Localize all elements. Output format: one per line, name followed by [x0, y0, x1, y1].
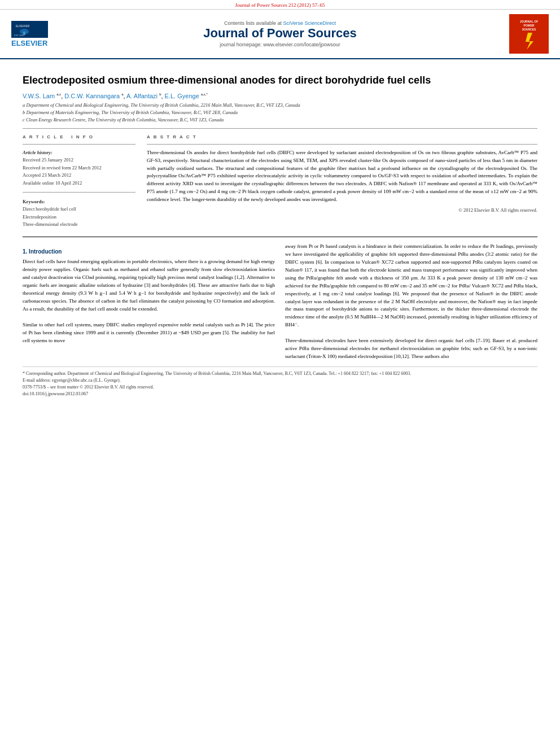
keywords-label: Keywords: — [23, 199, 45, 204]
body-divider — [23, 237, 537, 237]
abstract-divider — [147, 144, 537, 145]
keyword-2: Electrodeposition — [23, 213, 135, 221]
abstract-label: A B S T R A C T — [147, 134, 537, 139]
intro-para-4: Three-dimensional electrodes have been e… — [285, 337, 537, 361]
article-info-label: A R T I C L E I N F O — [23, 134, 135, 139]
author-dcw-kannangara: D.C.W. Kannangara — [64, 93, 120, 99]
journal-header-center: Contents lists available at SciVerse Sci… — [51, 20, 509, 47]
authors-line: V.W.S. Lam a,c, D.C.W. Kannangara a, A. … — [23, 93, 537, 99]
affiliations: a Department of Chemical and Biological … — [23, 102, 537, 123]
power-sources-logo: JOURNAL OF POWER SOURCES — [509, 14, 549, 54]
affiliation-c: c Clean Energy Research Centre, The Univ… — [23, 116, 537, 124]
elsevier-text: ELSEVIER — [11, 39, 47, 47]
section1-heading: 1. Introduction — [23, 247, 275, 256]
received-revised-date: Received in revised form 22 March 2012 — [23, 164, 135, 172]
sciverse-link[interactable]: SciVerse ScienceDirect — [283, 20, 336, 26]
svg-text:JOURNAL OF: JOURNAL OF — [519, 20, 537, 23]
elsevier-logo: ELSEVIER EST 1880 ELSEVIER — [11, 21, 51, 47]
accepted-date: Accepted 23 March 2012 — [23, 172, 135, 180]
elsevier-logo-image: ELSEVIER EST 1880 — [11, 21, 48, 38]
keywords-section: Keywords: Direct borohydride fuel cell E… — [23, 198, 135, 229]
author-vws-lam: V.W.S. Lam — [23, 93, 55, 99]
header-divider — [23, 128, 537, 129]
footnote-corresponding: * Corresponding author. Department of Ch… — [23, 370, 537, 377]
available-date: Available online 10 April 2012 — [23, 180, 135, 187]
affiliation-a: a Department of Chemical and Biological … — [23, 102, 537, 109]
svg-text:POWER: POWER — [523, 24, 534, 27]
body-section: 1. Introduction Direct fuel cells have f… — [23, 243, 537, 361]
footnote-section: * Corresponding author. Department of Ch… — [23, 366, 537, 397]
svg-text:SOURCES: SOURCES — [522, 28, 536, 31]
svg-text:ELSEVIER: ELSEVIER — [16, 24, 30, 28]
body-col-right: away from Pt or Pt based catalysts is a … — [285, 243, 537, 361]
received-date: Received 25 January 2012 — [23, 156, 135, 164]
affiliation-b: b Department of Materials Engineering, T… — [23, 109, 537, 116]
abstract-text: Three-dimensional Os anodes for direct b… — [147, 149, 537, 204]
author-el-gyenge: E.L. Gyenge — [165, 93, 199, 99]
footnote-email: E-mail address: egyenge@chbe.ubc.ca (E.L… — [23, 377, 537, 384]
article-title: Electrodeposited osmium three-dimensiona… — [23, 74, 537, 87]
article-history: Article history: Received 25 January 201… — [23, 149, 135, 187]
keyword-1: Direct borohydride fuel cell — [23, 206, 135, 213]
journal-title: Journal of Power Sources — [51, 26, 509, 41]
journal-homepage: journal homepage: www.elsevier.com/locat… — [51, 42, 509, 47]
author-a-alfantazi: A. Alfantazi — [126, 93, 158, 99]
body-col-left: 1. Introduction Direct fuel cells have f… — [23, 243, 275, 361]
svg-text:EST 1880: EST 1880 — [14, 34, 24, 37]
main-content: Electrodeposited osmium three-dimensiona… — [0, 59, 560, 409]
article-info-col: A R T I C L E I N F O Article history: R… — [23, 134, 135, 229]
contents-available-text: Contents lists available at SciVerse Sci… — [51, 20, 509, 26]
left-col-divider-mid — [23, 192, 135, 193]
left-col-divider-top — [23, 144, 135, 145]
intro-para-1: Direct fuel cells have found emerging ap… — [23, 258, 275, 313]
footnote-doi: doi:10.1016/j.jpowsour.2012.03.067 — [23, 391, 537, 397]
journal-header: ELSEVIER EST 1880 ELSEVIER Contents list… — [0, 10, 560, 59]
keyword-3: Three-dimensional electrode — [23, 221, 135, 229]
intro-para-3: away from Pt or Pt based catalysts is a … — [285, 243, 537, 329]
copyright: © 2012 Elsevier B.V. All rights reserved… — [147, 207, 537, 213]
footnote-issn: 0378-7753/$ – see front matter © 2012 El… — [23, 384, 537, 391]
intro-para-2: Similar to other fuel cell systems, many… — [23, 321, 275, 345]
abstract-col: A B S T R A C T Three-dimensional Os ano… — [147, 134, 537, 229]
journal-reference: Journal of Power Sources 212 (2012) 57–6… — [0, 0, 560, 10]
article-info-abstract-section: A R T I C L E I N F O Article history: R… — [23, 134, 537, 229]
